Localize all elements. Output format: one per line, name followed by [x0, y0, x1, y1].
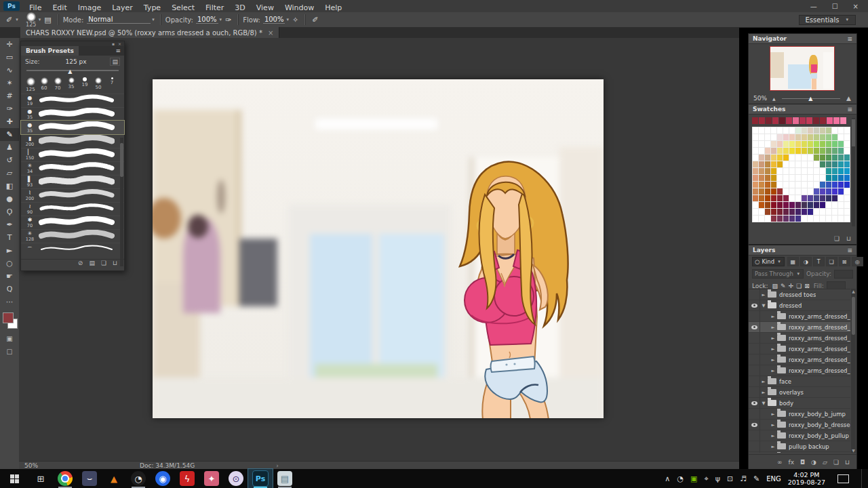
brush-preset-125[interactable]: 125 [24, 76, 37, 92]
swatch[interactable] [806, 117, 812, 124]
swatch[interactable] [844, 127, 850, 134]
taskbar-chrome-button[interactable] [53, 469, 77, 488]
visibility-toggle[interactable] [749, 441, 760, 451]
swatch[interactable] [753, 216, 758, 222]
swatch[interactable] [765, 168, 770, 174]
swatch[interactable] [793, 117, 799, 124]
device-tray-icon[interactable]: ⌖ [704, 474, 708, 483]
swatch[interactable] [802, 209, 807, 215]
swatch[interactable] [771, 209, 776, 215]
swatch[interactable] [838, 161, 844, 167]
swatch[interactable] [783, 155, 789, 161]
brush-preset-50[interactable]: 50 [92, 76, 105, 92]
swatch[interactable] [789, 155, 795, 161]
swatch[interactable] [832, 148, 837, 154]
status-options-icon[interactable]: › [276, 462, 279, 469]
mode-select[interactable]: Normal [87, 16, 151, 24]
swatch[interactable] [759, 117, 765, 124]
swatch[interactable] [844, 161, 850, 167]
swatch[interactable] [753, 161, 758, 167]
swatch[interactable] [795, 141, 801, 147]
swatch[interactable] [789, 161, 795, 167]
panel-menu-icon[interactable]: ≡ [847, 247, 852, 253]
swatch[interactable] [777, 216, 783, 222]
swatch[interactable] [789, 195, 795, 201]
taskbar-notes-app-button[interactable]: ▤ [273, 469, 297, 488]
swatch[interactable] [826, 127, 831, 134]
swatch[interactable] [789, 182, 795, 188]
swatch[interactable] [844, 175, 850, 181]
swatch[interactable] [771, 127, 776, 134]
disclosure-triangle[interactable]: ► [770, 411, 776, 417]
brush-stroke-item[interactable]: ●19 [21, 94, 124, 107]
swatch[interactable] [777, 161, 783, 167]
preset-manager-icon[interactable]: ▤ [89, 260, 95, 269]
swatch[interactable] [802, 155, 807, 161]
menu-select[interactable]: Select [166, 3, 200, 12]
swatch[interactable] [753, 202, 758, 208]
swatch[interactable] [771, 216, 776, 222]
slider-handle[interactable]: ▲ [808, 96, 812, 102]
swatch[interactable] [814, 195, 819, 201]
layer-row[interactable]: ►face [749, 376, 850, 387]
swatch[interactable] [832, 168, 837, 174]
swatch[interactable] [844, 209, 850, 215]
swatch[interactable] [789, 216, 795, 222]
swatch[interactable] [808, 216, 813, 222]
swatch[interactable] [814, 216, 819, 222]
swatch[interactable] [820, 175, 825, 181]
swatch[interactable] [820, 188, 825, 195]
swatch[interactable] [820, 209, 825, 215]
type-tool[interactable]: T [0, 231, 19, 244]
layers-header[interactable]: Layers ≡ [749, 245, 856, 256]
swatch[interactable] [765, 195, 770, 201]
swatch[interactable] [777, 202, 783, 208]
filter-type-icon[interactable]: T [813, 257, 825, 266]
healing-brush-tool[interactable]: ✚ [0, 115, 19, 128]
brush-preset-picker[interactable]: 125 [25, 12, 37, 28]
swatch[interactable] [765, 188, 770, 195]
swatch[interactable] [832, 134, 837, 140]
menu-help[interactable]: Help [319, 3, 347, 12]
new-group-icon[interactable]: ▱ [823, 459, 827, 466]
lock-position-icon[interactable]: ✛ [787, 283, 795, 289]
zoom-level-field[interactable]: 50% [24, 462, 38, 469]
nvidia-tray-icon[interactable]: ▣ [690, 474, 697, 483]
swatch[interactable] [771, 148, 776, 154]
swatch[interactable] [795, 195, 801, 201]
layer-row[interactable]: ►overlays [749, 387, 850, 398]
swatch[interactable] [795, 127, 801, 134]
swatch[interactable] [753, 148, 758, 154]
swatch[interactable] [759, 195, 764, 201]
swatch[interactable] [802, 175, 807, 181]
swatch[interactable] [771, 182, 776, 188]
minimize-icon[interactable]: — [810, 3, 817, 10]
visibility-toggle[interactable] [749, 409, 760, 419]
swatch[interactable] [808, 175, 813, 181]
layer-row[interactable]: ►roxxy_arms_dressed_a... [749, 365, 850, 376]
layers-opacity-field[interactable] [834, 270, 853, 279]
visibility-toggle[interactable] [749, 311, 760, 321]
swatch[interactable] [753, 188, 758, 195]
brush-tool[interactable]: ✎ [0, 128, 19, 141]
panel-menu-icon[interactable]: ≡ [115, 47, 124, 54]
swatch[interactable] [844, 155, 850, 161]
taskbar-flash-button[interactable]: ϟ [175, 469, 199, 488]
new-layer-icon[interactable]: ❏ [833, 459, 839, 466]
swatch[interactable] [832, 216, 837, 222]
swatch[interactable] [765, 141, 770, 147]
swatch[interactable] [814, 202, 819, 208]
delete-swatch-icon[interactable]: ⊔ [846, 235, 851, 242]
swatch[interactable] [759, 155, 764, 161]
document-tab[interactable]: CHARS ROXXY NEW.psd @ 50% (roxxy arms dr… [20, 27, 279, 38]
swatch[interactable] [826, 188, 831, 195]
swatch[interactable] [838, 209, 844, 215]
swatch[interactable] [753, 168, 758, 174]
swatch[interactable] [808, 209, 813, 215]
swatch[interactable] [814, 141, 819, 147]
swatch[interactable] [838, 168, 844, 174]
swatch[interactable] [838, 134, 844, 140]
visibility-toggle[interactable] [749, 365, 760, 375]
brush-stroke-item[interactable]: ●35 [21, 121, 124, 134]
layer-row[interactable]: ►roxxy_body_b_pullup [749, 430, 850, 441]
